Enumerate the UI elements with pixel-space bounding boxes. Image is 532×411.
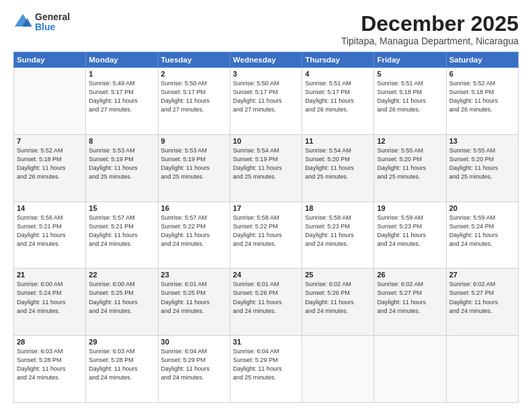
calendar-day-cell: 25Sunrise: 6:02 AMSunset: 5:26 PMDayligh… — [302, 269, 374, 336]
day-info: Sunrise: 5:59 AMSunset: 5:23 PMDaylight:… — [377, 214, 443, 248]
day-number: 28 — [17, 338, 83, 346]
calendar-day-cell: 8Sunrise: 5:53 AMSunset: 5:19 PMDaylight… — [86, 134, 158, 201]
calendar-week-row: 28Sunrise: 6:03 AMSunset: 5:28 PMDayligh… — [14, 336, 519, 403]
calendar-day-cell: 5Sunrise: 5:51 AMSunset: 5:18 PMDaylight… — [374, 68, 446, 135]
day-info: Sunrise: 5:58 AMSunset: 5:22 PMDaylight:… — [233, 214, 299, 248]
calendar-day-cell: 14Sunrise: 5:56 AMSunset: 5:21 PMDayligh… — [14, 201, 86, 269]
day-number: 19 — [377, 204, 443, 212]
day-info: Sunrise: 5:51 AMSunset: 5:18 PMDaylight:… — [377, 79, 443, 114]
day-number: 26 — [377, 271, 443, 279]
day-number: 31 — [233, 338, 299, 346]
calendar-day-cell: 7Sunrise: 5:52 AMSunset: 5:18 PMDaylight… — [14, 134, 86, 201]
day-info: Sunrise: 5:53 AMSunset: 5:19 PMDaylight:… — [161, 146, 227, 181]
day-info: Sunrise: 5:50 AMSunset: 5:17 PMDaylight:… — [233, 79, 299, 114]
day-number: 23 — [161, 271, 227, 279]
calendar-header-row: SundayMondayTuesdayWednesdayThursdayFrid… — [14, 52, 519, 68]
calendar-day-cell: 30Sunrise: 6:04 AMSunset: 5:29 PMDayligh… — [158, 336, 230, 403]
calendar-day-cell — [14, 68, 86, 135]
calendar-header-tuesday: Tuesday — [158, 52, 230, 68]
calendar-day-cell: 1Sunrise: 5:49 AMSunset: 5:17 PMDaylight… — [86, 68, 158, 135]
day-info: Sunrise: 6:03 AMSunset: 5:28 PMDaylight:… — [89, 347, 154, 382]
calendar-day-cell: 13Sunrise: 5:55 AMSunset: 5:20 PMDayligh… — [446, 134, 518, 201]
day-info: Sunrise: 6:04 AMSunset: 5:29 PMDaylight:… — [233, 347, 299, 382]
calendar-day-cell: 2Sunrise: 5:50 AMSunset: 5:17 PMDaylight… — [158, 68, 230, 135]
calendar-header-monday: Monday — [86, 52, 158, 68]
calendar-header-wednesday: Wednesday — [230, 52, 302, 68]
logo: General Blue — [13, 12, 70, 33]
day-number: 21 — [17, 271, 83, 279]
calendar-day-cell: 6Sunrise: 5:52 AMSunset: 5:18 PMDaylight… — [446, 68, 518, 135]
calendar-day-cell: 22Sunrise: 6:00 AMSunset: 5:25 PMDayligh… — [86, 269, 158, 336]
day-info: Sunrise: 5:58 AMSunset: 5:23 PMDaylight:… — [305, 214, 371, 248]
day-number: 5 — [377, 70, 443, 78]
day-info: Sunrise: 6:01 AMSunset: 5:26 PMDaylight:… — [233, 280, 299, 315]
day-number: 2 — [161, 70, 227, 78]
day-info: Sunrise: 5:55 AMSunset: 5:20 PMDaylight:… — [377, 146, 443, 181]
day-info: Sunrise: 5:49 AMSunset: 5:17 PMDaylight:… — [89, 79, 154, 114]
day-info: Sunrise: 5:52 AMSunset: 5:18 PMDaylight:… — [17, 146, 83, 181]
day-info: Sunrise: 6:00 AMSunset: 5:25 PMDaylight:… — [89, 280, 154, 315]
calendar-day-cell: 17Sunrise: 5:58 AMSunset: 5:22 PMDayligh… — [230, 201, 302, 269]
day-number: 30 — [161, 338, 227, 346]
day-number: 7 — [17, 137, 83, 145]
day-info: Sunrise: 5:59 AMSunset: 5:24 PMDaylight:… — [449, 214, 515, 248]
calendar-day-cell: 10Sunrise: 5:54 AMSunset: 5:19 PMDayligh… — [230, 134, 302, 201]
day-number: 25 — [305, 271, 371, 279]
day-number: 18 — [305, 204, 371, 212]
calendar-week-row: 21Sunrise: 6:00 AMSunset: 5:24 PMDayligh… — [14, 269, 519, 336]
day-number: 24 — [233, 271, 299, 279]
day-number: 15 — [89, 204, 154, 212]
calendar-header-saturday: Saturday — [446, 52, 518, 68]
calendar-week-row: 14Sunrise: 5:56 AMSunset: 5:21 PMDayligh… — [14, 201, 519, 269]
calendar-day-cell: 16Sunrise: 5:57 AMSunset: 5:22 PMDayligh… — [158, 201, 230, 269]
day-info: Sunrise: 6:04 AMSunset: 5:29 PMDaylight:… — [161, 347, 227, 382]
calendar-table: SundayMondayTuesdayWednesdayThursdayFrid… — [13, 52, 519, 403]
calendar-day-cell: 11Sunrise: 5:54 AMSunset: 5:20 PMDayligh… — [302, 134, 374, 201]
calendar-day-cell: 18Sunrise: 5:58 AMSunset: 5:23 PMDayligh… — [302, 201, 374, 269]
day-number: 9 — [161, 137, 227, 145]
day-number: 22 — [89, 271, 154, 279]
calendar-day-cell: 31Sunrise: 6:04 AMSunset: 5:29 PMDayligh… — [230, 336, 302, 403]
day-info: Sunrise: 6:03 AMSunset: 5:28 PMDaylight:… — [17, 347, 83, 382]
day-info: Sunrise: 5:51 AMSunset: 5:17 PMDaylight:… — [305, 79, 371, 114]
calendar-day-cell: 27Sunrise: 6:02 AMSunset: 5:27 PMDayligh… — [446, 269, 518, 336]
day-info: Sunrise: 5:56 AMSunset: 5:21 PMDaylight:… — [17, 214, 83, 248]
logo-blue-text: Blue — [35, 22, 70, 32]
logo-general-text: General — [35, 12, 70, 22]
calendar-day-cell — [374, 336, 446, 403]
calendar-day-cell — [446, 336, 518, 403]
logo-icon — [13, 13, 32, 32]
calendar-day-cell: 12Sunrise: 5:55 AMSunset: 5:20 PMDayligh… — [374, 134, 446, 201]
calendar-day-cell: 28Sunrise: 6:03 AMSunset: 5:28 PMDayligh… — [14, 336, 86, 403]
day-info: Sunrise: 6:02 AMSunset: 5:26 PMDaylight:… — [305, 280, 371, 315]
logo-text: General Blue — [35, 12, 70, 33]
calendar-week-row: 1Sunrise: 5:49 AMSunset: 5:17 PMDaylight… — [14, 68, 519, 135]
day-number: 12 — [377, 137, 443, 145]
day-number: 4 — [305, 70, 371, 78]
day-info: Sunrise: 5:54 AMSunset: 5:20 PMDaylight:… — [305, 146, 371, 181]
calendar-day-cell: 29Sunrise: 6:03 AMSunset: 5:28 PMDayligh… — [86, 336, 158, 403]
day-number: 1 — [89, 70, 154, 78]
day-number: 10 — [233, 137, 299, 145]
calendar-day-cell: 15Sunrise: 5:57 AMSunset: 5:21 PMDayligh… — [86, 201, 158, 269]
calendar-day-cell: 19Sunrise: 5:59 AMSunset: 5:23 PMDayligh… — [374, 201, 446, 269]
calendar-day-cell: 23Sunrise: 6:01 AMSunset: 5:25 PMDayligh… — [158, 269, 230, 336]
day-info: Sunrise: 5:54 AMSunset: 5:19 PMDaylight:… — [233, 146, 299, 181]
day-number: 3 — [233, 70, 299, 78]
day-info: Sunrise: 5:57 AMSunset: 5:21 PMDaylight:… — [89, 214, 154, 248]
day-info: Sunrise: 5:50 AMSunset: 5:17 PMDaylight:… — [161, 79, 227, 114]
day-number: 17 — [233, 204, 299, 212]
calendar-header-sunday: Sunday — [14, 52, 86, 68]
day-info: Sunrise: 6:00 AMSunset: 5:24 PMDaylight:… — [17, 280, 83, 315]
day-number: 27 — [449, 271, 515, 279]
calendar-day-cell — [302, 336, 374, 403]
day-number: 8 — [89, 137, 154, 145]
calendar-day-cell: 26Sunrise: 6:02 AMSunset: 5:27 PMDayligh… — [374, 269, 446, 336]
day-info: Sunrise: 5:52 AMSunset: 5:18 PMDaylight:… — [449, 79, 515, 114]
calendar-day-cell: 4Sunrise: 5:51 AMSunset: 5:17 PMDaylight… — [302, 68, 374, 135]
title-block: December 2025 Tipitapa, Managua Departme… — [341, 12, 519, 46]
day-number: 29 — [89, 338, 154, 346]
calendar-week-row: 7Sunrise: 5:52 AMSunset: 5:18 PMDaylight… — [14, 134, 519, 201]
calendar-day-cell: 3Sunrise: 5:50 AMSunset: 5:17 PMDaylight… — [230, 68, 302, 135]
calendar-day-cell: 20Sunrise: 5:59 AMSunset: 5:24 PMDayligh… — [446, 201, 518, 269]
